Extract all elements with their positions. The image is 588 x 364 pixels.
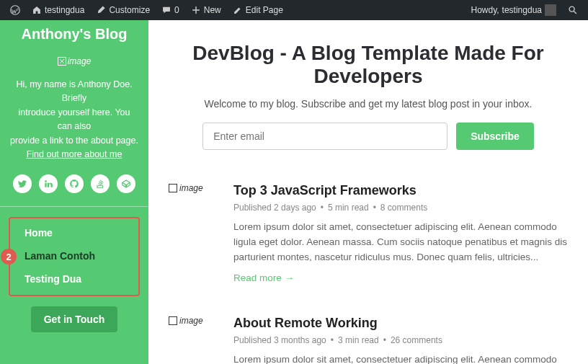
blog-title: DevBlog - A Blog Template Made For Devel… — [169, 42, 568, 88]
post-title[interactable]: About Remote Working — [233, 316, 568, 331]
image-alt: image — [179, 183, 203, 193]
profile-image-placeholder: image — [58, 56, 92, 66]
wp-site-menu[interactable]: testingdua — [27, 5, 89, 15]
pencil-icon — [233, 5, 243, 15]
bio-line: provide a link to the about page. — [10, 136, 138, 146]
post-meta: Published 2 days ago • 5 min read • 8 co… — [233, 203, 568, 213]
post-read-time: 3 min read — [338, 335, 379, 345]
arrow-right-icon: → — [285, 272, 295, 283]
codepen-link[interactable] — [117, 174, 135, 193]
image-alt: image — [179, 316, 203, 326]
search-icon — [568, 5, 578, 15]
post-comments: 26 comments — [391, 335, 442, 345]
sidebar-nav: 2 Home Laman Contoh Testing Dua — [9, 217, 140, 296]
wp-comments-link[interactable]: 0 — [157, 5, 184, 15]
post-body: About Remote Working Published 3 months … — [233, 316, 568, 364]
stackoverflow-icon — [95, 179, 105, 189]
wp-admin-bar-left: testingdua Customize 0 New Edit Page — [6, 5, 288, 15]
wp-edit-page-link[interactable]: Edit Page — [228, 5, 288, 15]
subscribe-button[interactable]: Subscribe — [456, 123, 534, 150]
wp-logo-menu[interactable] — [6, 5, 24, 15]
plus-icon — [191, 5, 201, 15]
comment-icon — [161, 5, 172, 15]
nav-item-laman-contoh[interactable]: Laman Contoh — [10, 244, 138, 267]
post-excerpt: Lorem ipsum dolor sit amet, consectetuer… — [233, 352, 568, 364]
twitter-icon — [17, 179, 27, 189]
email-input[interactable] — [202, 123, 447, 150]
social-links — [10, 174, 138, 193]
github-icon — [69, 179, 79, 189]
wp-account-menu[interactable]: Howdy, testingdua — [466, 4, 561, 16]
codepen-icon — [121, 179, 131, 189]
divider — [0, 206, 148, 207]
bio-line: Hi, my name is Anthony Doe. Briefly — [16, 79, 132, 103]
avatar-icon — [545, 4, 556, 16]
wp-admin-bar-right: Howdy, testingdua — [466, 4, 582, 16]
sidebar: Anthony's Blog image Hi, my name is Anth… — [0, 20, 148, 364]
wp-search-button[interactable] — [564, 5, 582, 15]
stackoverflow-link[interactable] — [91, 174, 110, 193]
post-excerpt: Lorem ipsum dolor sit amet, consectetuer… — [233, 220, 568, 265]
github-link[interactable] — [65, 174, 84, 193]
wp-customize-label: Customize — [109, 5, 150, 15]
post-meta: Published 3 months ago • 3 min read • 26… — [233, 335, 568, 345]
image-placeholder: image — [169, 183, 215, 193]
wp-customize-link[interactable]: Customize — [92, 5, 154, 15]
meta-sep: • — [321, 203, 324, 213]
broken-image-icon — [169, 184, 177, 192]
broken-image-icon — [169, 316, 177, 325]
nav-item-home[interactable]: Home — [10, 221, 138, 244]
svg-point-1 — [569, 6, 574, 12]
meta-sep: • — [373, 203, 376, 213]
brush-icon — [96, 5, 106, 15]
post-thumbnail: image — [169, 316, 215, 364]
post-thumbnail: image — [169, 183, 215, 284]
linkedin-link[interactable] — [39, 174, 58, 193]
wordpress-icon — [10, 5, 20, 15]
image-placeholder: image — [169, 316, 215, 326]
meta-sep: • — [331, 335, 334, 345]
post-published: Published 2 days ago — [233, 203, 316, 213]
home-icon — [32, 5, 42, 15]
linkedin-icon — [43, 179, 53, 189]
site-title: Anthony's Blog — [10, 26, 138, 43]
wp-comments-count: 0 — [174, 5, 179, 15]
subscribe-form: Subscribe — [169, 123, 568, 150]
get-in-touch-button[interactable]: Get in Touch — [31, 306, 118, 332]
bio-line: introduce yourself here. You can also — [19, 107, 130, 131]
post-comments: 8 comments — [380, 203, 427, 213]
wp-howdy-prefix: Howdy, — [471, 5, 499, 15]
wp-admin-bar: testingdua Customize 0 New Edit Page — [0, 0, 588, 20]
main-content: DevBlog - A Blog Template Made For Devel… — [148, 20, 588, 364]
wp-new-label: New — [204, 5, 221, 15]
profile-image-alt: image — [68, 56, 92, 66]
wp-user-name: testingdua — [502, 5, 542, 15]
wp-site-name: testingdua — [45, 5, 84, 15]
welcome-text: Welcome to my blog. Subscribe and get my… — [169, 98, 568, 110]
meta-sep: • — [383, 335, 386, 345]
post-body: Top 3 JavaScript Frameworks Published 2 … — [233, 183, 568, 284]
broken-image-icon — [58, 57, 66, 66]
post-item: image Top 3 JavaScript Frameworks Publis… — [169, 183, 568, 284]
post-item: image About Remote Working Published 3 m… — [169, 316, 568, 364]
wp-edit-page-label: Edit Page — [246, 5, 283, 15]
about-link[interactable]: Find out more about me — [27, 149, 122, 159]
annotation-badge: 2 — [1, 249, 17, 265]
bio-text: Hi, my name is Anthony Doe. Briefly intr… — [10, 78, 138, 161]
read-more-link[interactable]: Read more→ — [233, 272, 294, 283]
nav-item-testing-dua[interactable]: Testing Dua — [10, 267, 138, 290]
twitter-link[interactable] — [13, 174, 32, 193]
wp-new-link[interactable]: New — [187, 5, 226, 15]
post-title[interactable]: Top 3 JavaScript Frameworks — [233, 183, 568, 198]
post-published: Published 3 months ago — [233, 335, 326, 345]
post-read-time: 5 min read — [328, 203, 369, 213]
read-more-label: Read more — [233, 272, 282, 283]
